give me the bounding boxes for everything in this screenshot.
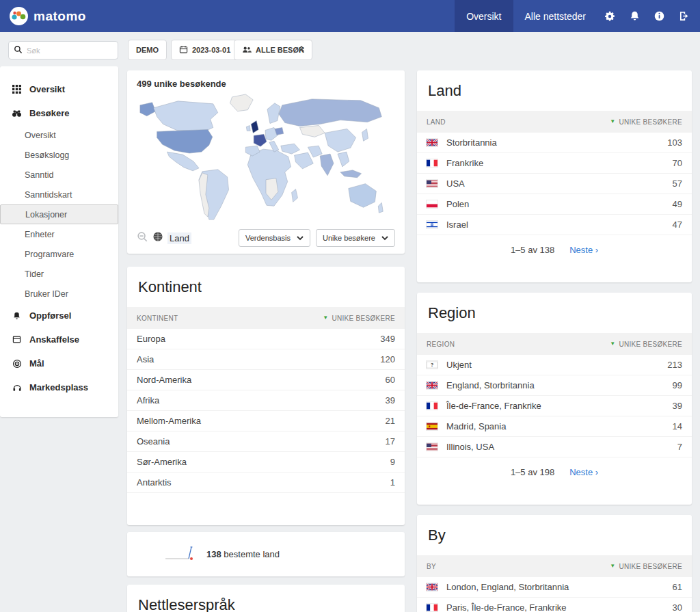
row-label: Frankrike <box>446 158 483 168</box>
kontinent-card: Kontinent KONTINENT ▼ UNIKE BESØKERE Eur… <box>127 267 405 525</box>
column-header-metric[interactable]: ▼ UNIKE BESØKERE <box>323 315 395 322</box>
map-region-select[interactable]: Verdensbasis <box>239 229 310 247</box>
search-icon <box>14 44 23 57</box>
column-header-metric[interactable]: ▼ UNIKE BESØKERE <box>610 563 682 570</box>
globe-icon <box>152 231 163 245</box>
nav-tab-alle-nettsteder[interactable]: Alle nettsteder <box>513 0 598 32</box>
notifications-bell-icon[interactable] <box>622 0 647 32</box>
column-header-metric[interactable]: ▼ UNIKE BESØKERE <box>610 341 682 348</box>
sidebar-item-sanntidskart[interactable]: Sanntidskart <box>0 185 118 204</box>
table-row[interactable]: Frankrike70 <box>417 153 692 174</box>
table-header: KONTINENT ▼ UNIKE BESØKERE <box>127 307 405 329</box>
calendar-icon <box>179 45 188 55</box>
table-row[interactable]: Antarktis1 <box>127 473 405 493</box>
table-row[interactable]: USA57 <box>417 174 692 194</box>
brand-name: matomo <box>33 9 86 24</box>
row-value: 14 <box>673 421 682 431</box>
sidebar-item-bruker-ider[interactable]: Bruker IDer <box>0 284 118 304</box>
row-label: Europa <box>137 334 165 344</box>
table-row[interactable]: Israel47 <box>417 215 692 235</box>
table-row[interactable]: Illinois, USA7 <box>417 437 692 457</box>
sidebar-item-anskaffelse[interactable]: Anskaffelse <box>0 328 118 351</box>
table-row[interactable]: Mellom-Amerika21 <box>127 411 405 431</box>
row-label: Storbritannia <box>446 137 497 148</box>
table-row[interactable]: Asia120 <box>127 349 405 370</box>
table-row[interactable]: Île-de-France, Frankrike39 <box>417 396 692 416</box>
row-value: 7 <box>677 442 682 452</box>
sort-desc-icon: ▼ <box>610 119 615 124</box>
card-title: Land <box>417 70 692 111</box>
row-label: England, Storbritannia <box>446 380 535 390</box>
sidebar-item-oppf-rsel[interactable]: Oppførsel <box>0 304 118 328</box>
row-label: Asia <box>137 354 154 364</box>
search-box[interactable] <box>8 41 118 59</box>
pagination-next-link[interactable]: Neste › <box>569 467 598 477</box>
table-row[interactable]: Storbritannia103 <box>417 133 692 153</box>
flag-unknown-icon: ? <box>427 361 438 369</box>
flag-gb-icon <box>427 139 438 146</box>
matomo-logo-icon <box>10 7 28 25</box>
sidebar-item-m-l[interactable]: Mål <box>0 351 118 375</box>
sidebar-item-sanntid[interactable]: Sanntid <box>0 165 118 185</box>
table-row[interactable]: Sør-Amerika9 <box>127 452 405 473</box>
table-row[interactable]: Polen49 <box>417 194 692 215</box>
sidebar-item-tider[interactable]: Tider <box>0 264 118 284</box>
table-row[interactable]: London, England, Storbritannia61 <box>417 577 692 598</box>
date-selector-button[interactable]: 2023-03-01 <box>171 40 239 60</box>
row-value: 9 <box>390 457 395 467</box>
sidebar-item-oversikt[interactable]: Oversikt <box>0 125 118 145</box>
sidebar-item-programvare[interactable]: Programvare <box>0 244 118 264</box>
row-label: Afrika <box>137 395 159 405</box>
column-header-metric[interactable]: ▼ UNIKE BESØKERE <box>610 118 682 126</box>
row-label: Polen <box>446 199 469 209</box>
distinct-countries-card[interactable]: 138 bestemte land <box>127 532 405 576</box>
world-map[interactable] <box>137 92 395 230</box>
table-row[interactable]: Europa349 <box>127 329 405 349</box>
sidebar-item-oversikt[interactable]: Oversikt <box>0 77 118 101</box>
nav-tab-oversikt[interactable]: Oversikt <box>455 0 513 32</box>
sidebar-item-lokasjoner[interactable]: Lokasjoner <box>0 204 118 224</box>
sidebar-item-bes-kslogg[interactable]: Besøkslogg <box>0 145 118 165</box>
map-layer-land-link[interactable]: Land <box>167 232 191 244</box>
table-row[interactable]: Nord-Amerika60 <box>127 370 405 390</box>
search-input[interactable] <box>27 46 102 55</box>
table-row[interactable]: Paris, Île-de-France, Frankrike30 <box>417 598 692 612</box>
sidebar-item-label: Bruker IDer <box>25 289 68 299</box>
row-value: 17 <box>386 436 395 447</box>
matomo-brand[interactable]: matomo <box>0 7 86 25</box>
map-metric-select[interactable]: Unike besøkere <box>316 229 395 247</box>
site-selector-button[interactable]: DEMO <box>128 40 167 60</box>
table-header: REGION ▼ UNIKE BESØKERE <box>417 333 692 355</box>
column-header-dimension[interactable]: LAND <box>427 118 446 126</box>
settings-gear-icon[interactable] <box>597 0 622 32</box>
help-info-icon[interactable] <box>647 0 671 32</box>
column-header-dimension[interactable]: REGION <box>427 341 455 348</box>
sort-desc-icon: ▼ <box>323 315 328 321</box>
top-navbar: matomo Oversikt Alle nettsteder <box>0 0 700 32</box>
sidebar-item-label: Besøkslogg <box>25 150 69 160</box>
zoom-out-icon[interactable] <box>137 231 148 245</box>
by-card: By BY ▼ UNIKE BESØKERE London, England, … <box>417 515 692 612</box>
land-card: Land LAND ▼ UNIKE BESØKERE Storbritannia… <box>417 70 692 282</box>
window-icon <box>11 334 23 345</box>
table-row[interactable]: Afrika39 <box>127 390 405 411</box>
table-row[interactable]: ?Ukjent213 <box>417 355 692 375</box>
binoculars-icon <box>11 107 23 119</box>
table-row[interactable]: England, Storbritannia99 <box>417 375 692 396</box>
sidebar-item-enheter[interactable]: Enheter <box>0 224 118 244</box>
row-value: 39 <box>673 401 682 411</box>
row-value: 60 <box>386 375 395 385</box>
row-value: 57 <box>673 178 682 189</box>
sidebar-item-bes-kere[interactable]: Besøkere <box>0 101 118 125</box>
column-header-dimension[interactable]: KONTINENT <box>137 315 178 322</box>
table-row[interactable]: Madrid, Spania14 <box>417 416 692 437</box>
collapse-chevrons-icon[interactable] <box>297 44 306 56</box>
row-label: Madrid, Spania <box>446 421 506 431</box>
logout-icon[interactable] <box>671 0 696 32</box>
column-header-dimension[interactable]: BY <box>427 563 436 570</box>
card-title: Region <box>417 293 692 333</box>
sidebar-item-label: Anskaffelse <box>29 334 79 345</box>
table-row[interactable]: Oseania17 <box>127 431 405 452</box>
sidebar-item-markedsplass[interactable]: Markedsplass <box>0 375 118 399</box>
pagination-next-link[interactable]: Neste › <box>569 245 598 255</box>
